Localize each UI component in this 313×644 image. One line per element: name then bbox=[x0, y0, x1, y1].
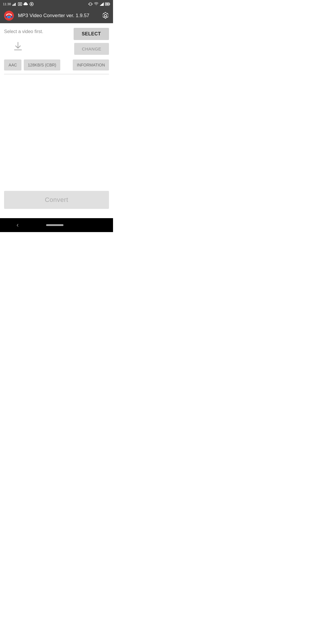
download-arrow-icon bbox=[13, 41, 23, 52]
home-indicator[interactable] bbox=[46, 224, 63, 226]
svg-marker-10 bbox=[100, 2, 104, 6]
app-title: MP3 Video Converter ver. 1.9.57 bbox=[18, 13, 98, 19]
svg-point-6 bbox=[31, 3, 32, 5]
status-right bbox=[88, 2, 110, 6]
svg-rect-16 bbox=[11, 16, 12, 18]
back-button[interactable]: ‹ bbox=[11, 219, 24, 231]
info-button[interactable]: INFORMATION bbox=[73, 59, 109, 70]
aac-button[interactable]: AAC bbox=[4, 59, 21, 70]
bitrate-button[interactable]: 128KB/S (CBR) bbox=[24, 59, 60, 70]
svg-rect-15 bbox=[6, 16, 7, 18]
app-logo bbox=[3, 10, 14, 21]
empty-area bbox=[4, 74, 109, 191]
buttons-col: SELECT CHANGE bbox=[74, 28, 109, 55]
status-time: 11:38 bbox=[3, 2, 11, 6]
svg-rect-18 bbox=[8, 17, 10, 18]
svg-rect-1 bbox=[14, 4, 14, 6]
top-section: Select a video first. SELECT CHANGE bbox=[4, 28, 109, 55]
convert-button[interactable]: Convert bbox=[4, 191, 109, 209]
status-bar: 11:38 bbox=[0, 0, 113, 8]
nav-bar: ‹ bbox=[0, 218, 113, 232]
change-button[interactable]: CHANGE bbox=[74, 43, 109, 55]
main-content: Select a video first. SELECT CHANGE AAC … bbox=[0, 23, 113, 218]
signal-bars-icon bbox=[12, 2, 17, 6]
status-left: 11:38 bbox=[3, 2, 34, 6]
svg-rect-0 bbox=[12, 5, 13, 6]
screen-recorder-icon bbox=[18, 2, 22, 6]
svg-point-14 bbox=[4, 11, 14, 21]
no-disturb-icon bbox=[30, 2, 34, 6]
convert-section: Convert bbox=[4, 191, 109, 214]
svg-rect-7 bbox=[90, 3, 91, 6]
options-row: AAC 128KB/S (CBR) INFORMATION bbox=[4, 59, 109, 70]
svg-rect-12 bbox=[110, 3, 110, 5]
select-video-label: Select a video first. bbox=[4, 29, 43, 34]
video-label-area: Select a video first. bbox=[4, 28, 74, 52]
vibration-icon bbox=[88, 2, 93, 6]
cloud-icon bbox=[23, 2, 28, 6]
settings-icon[interactable] bbox=[101, 12, 110, 20]
app-bar: MP3 Video Converter ver. 1.9.57 bbox=[0, 8, 113, 23]
svg-point-4 bbox=[19, 3, 21, 5]
select-button[interactable]: SELECT bbox=[74, 28, 109, 40]
svg-rect-9 bbox=[92, 3, 92, 5]
svg-rect-8 bbox=[88, 3, 89, 5]
battery-icon bbox=[105, 2, 110, 6]
wifi-icon bbox=[94, 2, 99, 6]
signal-icon bbox=[100, 2, 104, 6]
svg-rect-2 bbox=[15, 3, 16, 6]
